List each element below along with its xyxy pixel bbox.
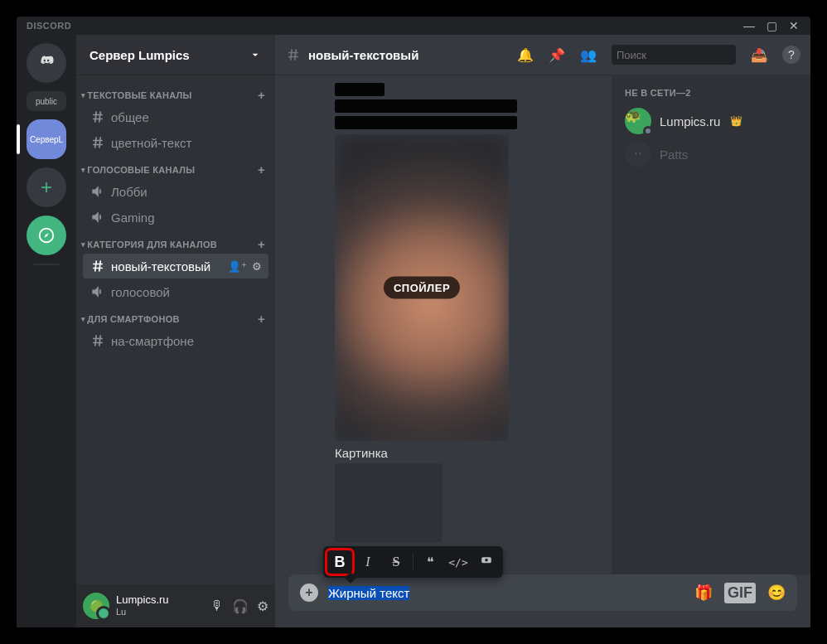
- discord-icon: [36, 52, 57, 74]
- channel-category[interactable]: ▾ КАТЕГОРИЯ ДЛЯ КАНАЛОВ+: [76, 230, 275, 253]
- category-name: КАТЕГОРИЯ ДЛЯ КАНАЛОВ: [87, 240, 217, 249]
- voice-channel[interactable]: Gaming: [83, 205, 268, 230]
- spoiler-button[interactable]: [473, 550, 500, 574]
- member-avatar: [625, 141, 651, 167]
- inbox-button[interactable]: 📥: [751, 47, 767, 63]
- titlebar: DISCORD — ▢ ✕: [17, 17, 810, 35]
- category-name: ДЛЯ СМАРТФОНОВ: [87, 314, 180, 324]
- server-folder[interactable]: public: [27, 91, 66, 111]
- channel-title: новый-текстовый: [308, 48, 418, 62]
- attach-button[interactable]: +: [300, 583, 318, 602]
- speaker-icon: [89, 183, 106, 200]
- hash-icon: [89, 109, 106, 125]
- message-list: СПОЙЛЕР Картинка: [275, 75, 612, 574]
- emoji-button[interactable]: 😊: [767, 583, 786, 602]
- format-toolbar: B I S ❝ </>: [323, 546, 503, 578]
- category-name: ТЕКСТОВЫЕ КАНАЛЫ: [87, 90, 191, 100]
- svg-point-3: [485, 559, 488, 562]
- voice-channel[interactable]: голосовой: [83, 279, 268, 304]
- gift-button[interactable]: 🎁: [694, 583, 713, 602]
- invite-button[interactable]: 👤⁺: [228, 260, 247, 273]
- hash-icon: [89, 134, 106, 151]
- channel-name: Лобби: [111, 185, 148, 199]
- member-item[interactable]: Patts: [618, 138, 804, 171]
- chevron-down-icon: ▾: [81, 315, 85, 323]
- svg-point-1: [631, 148, 646, 162]
- chevron-down-icon: ▾: [81, 91, 85, 99]
- server-header[interactable]: Сервер Lumpics: [76, 35, 275, 75]
- notifications-button[interactable]: 🔔: [517, 47, 534, 63]
- owner-crown-icon: 👑: [730, 115, 742, 127]
- window-close-button[interactable]: ✕: [789, 19, 799, 32]
- add-channel-button[interactable]: +: [258, 162, 265, 177]
- spoiler-badge: СПОЙЛЕР: [384, 277, 460, 299]
- chevron-down-icon: [249, 48, 262, 61]
- rail-separator: [33, 264, 60, 265]
- chevron-down-icon: ▾: [81, 240, 85, 249]
- spoiler-attachment[interactable]: СПОЙЛЕР: [335, 134, 509, 441]
- members-toggle-button[interactable]: 👥: [580, 47, 597, 63]
- home-button[interactable]: [27, 43, 66, 83]
- search-box[interactable]: 🔍: [612, 45, 736, 65]
- member-item[interactable]: 🐢 Lumpics.ru 👑: [618, 104, 804, 138]
- voice-channel[interactable]: Лобби: [83, 179, 268, 204]
- add-channel-button[interactable]: +: [258, 312, 265, 326]
- user-name: Lumpics.ru: [116, 594, 210, 606]
- members-group-heading: НЕ В СЕТИ—2: [618, 88, 804, 104]
- strikethrough-button[interactable]: S: [383, 550, 409, 574]
- hash-icon: [89, 258, 106, 274]
- mute-mic-button[interactable]: 🎙: [210, 598, 224, 614]
- channel-name: новый-текстовый: [111, 259, 210, 274]
- user-tag: Lu: [116, 606, 210, 617]
- redacted-text: [335, 83, 384, 96]
- window-maximize-button[interactable]: ▢: [767, 19, 777, 32]
- text-channel[interactable]: цветной-текст: [83, 130, 268, 155]
- server-selected[interactable]: СерверL: [27, 119, 66, 159]
- image-attachment[interactable]: [335, 463, 443, 542]
- channel-category[interactable]: ▾ ДЛЯ СМАРТФОНОВ+: [76, 305, 275, 327]
- user-settings-button[interactable]: ⚙: [257, 598, 268, 614]
- category-name: ГОЛОСОВЫЕ КАНАЛЫ: [87, 165, 195, 175]
- server-name: Сервер Lumpics: [89, 48, 190, 62]
- message-input[interactable]: Жирный текст: [328, 586, 684, 600]
- speaker-icon: [89, 283, 106, 300]
- text-channel[interactable]: на-смартфоне: [83, 328, 268, 353]
- text-channel[interactable]: общее: [83, 104, 268, 129]
- add-channel-button[interactable]: +: [258, 88, 265, 102]
- pinned-messages-button[interactable]: 📌: [549, 47, 565, 63]
- add-channel-button[interactable]: +: [258, 237, 265, 251]
- user-avatar[interactable]: 🟢: [83, 593, 109, 619]
- members-panel: НЕ В СЕТИ—2 🐢 Lumpics.ru 👑 Patts: [612, 75, 810, 574]
- code-button[interactable]: </>: [445, 550, 472, 574]
- speaker-icon: [89, 209, 106, 225]
- channel-settings-button[interactable]: ⚙: [252, 260, 262, 273]
- deafen-button[interactable]: 🎧: [232, 598, 249, 614]
- hash-icon: [89, 332, 106, 349]
- add-server-button[interactable]: +: [27, 167, 66, 207]
- bold-button[interactable]: B: [326, 550, 353, 574]
- app-logo: DISCORD: [22, 21, 71, 31]
- chat-area: новый-текстовый 🔔 📌 👥 🔍 📥 ?: [275, 35, 810, 627]
- channel-name: Gaming: [111, 211, 155, 225]
- channel-name: на-смартфоне: [111, 334, 194, 348]
- redacted-text: [335, 116, 517, 129]
- channel-category[interactable]: ▾ ГОЛОСОВЫЕ КАНАЛЫ+: [76, 156, 275, 178]
- channel-name: общее: [111, 110, 149, 124]
- quote-button[interactable]: ❝: [417, 550, 443, 574]
- help-button[interactable]: ?: [782, 46, 800, 64]
- gif-button[interactable]: GIF: [724, 583, 756, 603]
- member-name: Lumpics.ru: [660, 114, 720, 128]
- discord-icon: [630, 146, 646, 162]
- chevron-down-icon: ▾: [81, 166, 85, 174]
- chat-header: новый-текстовый 🔔 📌 👥 🔍 📥 ?: [275, 35, 810, 75]
- text-channel[interactable]: новый-текстовый👤⁺⚙: [83, 254, 268, 278]
- window-minimize-button[interactable]: —: [743, 19, 755, 32]
- message-composer: + Жирный текст 🎁 GIF 😊: [288, 574, 797, 611]
- hash-icon: [285, 46, 302, 63]
- channel-name: голосовой: [111, 285, 170, 299]
- search-input[interactable]: [617, 49, 756, 61]
- italic-button[interactable]: I: [355, 550, 381, 574]
- channel-list: ▾ ТЕКСТОВЫЕ КАНАЛЫ+общеецветной-текст▾ Г…: [76, 75, 275, 584]
- explore-servers-button[interactable]: [27, 215, 66, 255]
- channel-category[interactable]: ▾ ТЕКСТОВЫЕ КАНАЛЫ+: [76, 81, 275, 104]
